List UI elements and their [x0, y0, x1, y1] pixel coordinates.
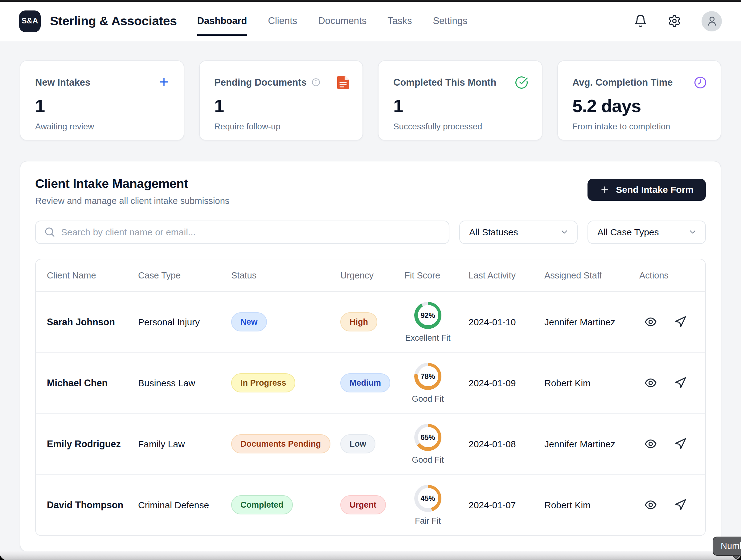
tab-tasks[interactable]: Tasks — [388, 6, 412, 36]
os-tooltip: Numl — [713, 537, 741, 555]
urgency-cell: Low — [329, 434, 393, 454]
last-activity: 2024-01-09 — [457, 378, 533, 388]
view-icon[interactable] — [644, 315, 657, 328]
status-badge: Documents Pending — [231, 434, 330, 454]
urgency-badge: Low — [340, 434, 376, 454]
fit-score-label: Good Fit — [412, 455, 444, 464]
status-badge: Completed — [231, 495, 293, 514]
status-cell: In Progress — [220, 373, 329, 392]
document-icon — [337, 75, 349, 89]
stat-card-subtitle: From intake to completion — [572, 122, 707, 131]
fit-score-label: Good Fit — [412, 394, 444, 403]
brand-logo: S&A — [19, 10, 41, 32]
urgency-badge: High — [340, 312, 377, 331]
chevron-down-icon — [560, 227, 569, 237]
info-icon[interactable] — [312, 78, 321, 87]
client-name: Emily Rodriguez — [36, 438, 127, 450]
stat-card-subtitle: Require follow-up — [214, 122, 349, 131]
case-type: Business Law — [127, 378, 220, 388]
column-header: Urgency — [329, 270, 393, 280]
status-cell: New — [220, 312, 329, 331]
assigned-staff: Robert Kim — [533, 378, 628, 388]
urgency-cell: Urgent — [329, 495, 393, 514]
client-name: Michael Chen — [36, 377, 127, 388]
fit-score-ring: 65% — [414, 423, 442, 451]
fit-score-cell: 78% Good Fit — [393, 363, 457, 403]
table-row: Sarah Johnson Personal Injury New High 9… — [36, 291, 705, 352]
column-header: Case Type — [127, 270, 220, 280]
last-activity: 2024-01-07 — [457, 500, 533, 510]
check-circle-icon — [515, 75, 528, 89]
fit-score-ring: 78% — [414, 363, 442, 390]
assigned-staff: Robert Kim — [533, 500, 628, 510]
assigned-staff: Jennifer Martinez — [533, 317, 628, 327]
panel-subtitle: Review and manage all client intake subm… — [35, 195, 229, 206]
search-icon — [44, 226, 56, 238]
case-type: Family Law — [127, 438, 220, 449]
fit-score-cell: 45% Fair Fit — [393, 485, 457, 525]
stat-card-subtitle: Successfully processed — [393, 122, 528, 131]
urgency-cell: Medium — [329, 373, 393, 392]
tab-clients[interactable]: Clients — [268, 6, 297, 36]
actions-cell — [628, 377, 705, 389]
case-type-filter-select[interactable]: All Case Types — [588, 220, 706, 244]
clock-icon — [693, 75, 707, 89]
stat-card-title: Pending Documents — [214, 77, 349, 88]
actions-cell — [628, 315, 705, 328]
send-intake-form-button[interactable]: Send Intake Form — [588, 178, 706, 201]
fit-score-label: Excellent Fit — [405, 333, 450, 342]
bell-icon[interactable] — [634, 14, 647, 28]
case-type: Personal Injury — [127, 317, 220, 327]
assigned-staff: Jennifer Martinez — [533, 438, 628, 449]
view-icon[interactable] — [644, 437, 657, 450]
column-header: Fit Score — [393, 270, 457, 280]
stat-card-value: 1 — [214, 96, 349, 116]
gear-icon[interactable] — [668, 14, 681, 28]
view-icon[interactable] — [644, 377, 657, 389]
urgency-badge: Urgent — [340, 495, 386, 514]
stat-cards: New Intakes 1 Awaiting review Pending Do… — [20, 60, 721, 140]
column-header: Last Activity — [457, 270, 533, 280]
fit-score-ring: 92% — [414, 302, 442, 329]
search-box — [35, 220, 450, 244]
status-filter-select[interactable]: All Statuses — [459, 220, 578, 244]
view-icon[interactable] — [644, 498, 657, 511]
column-header: Actions — [628, 270, 705, 280]
stat-card: Completed This Month 1 Successfully proc… — [378, 60, 542, 140]
send-icon[interactable] — [674, 377, 687, 389]
send-icon[interactable] — [674, 498, 687, 511]
case-type: Criminal Defense — [127, 500, 220, 510]
send-icon[interactable] — [674, 437, 687, 450]
stat-card: Avg. Completion Time 5.2 days From intak… — [557, 60, 721, 140]
chevron-down-icon — [688, 227, 697, 237]
search-input[interactable] — [61, 227, 442, 237]
stat-card-subtitle: Awaiting review — [35, 122, 170, 131]
table-header-row: Client NameCase TypeStatusUrgencyFit Sco… — [36, 259, 705, 291]
tab-settings[interactable]: Settings — [433, 6, 467, 36]
fit-score-ring: 45% — [414, 485, 442, 512]
last-activity: 2024-01-10 — [457, 317, 533, 327]
tab-documents[interactable]: Documents — [318, 6, 366, 36]
stat-card: Pending Documents 1 Require follow-up — [199, 60, 363, 140]
stat-card-value: 1 — [35, 96, 170, 116]
column-header: Status — [220, 270, 329, 280]
fit-score-cell: 92% Excellent Fit — [393, 302, 457, 342]
intake-table: Client NameCase TypeStatusUrgencyFit Sco… — [35, 258, 706, 536]
table-row: Emily Rodriguez Family Law Documents Pen… — [36, 413, 705, 474]
urgency-cell: High — [329, 312, 393, 331]
tab-dashboard[interactable]: Dashboard — [197, 6, 247, 36]
fit-score-label: Fair Fit — [415, 516, 441, 525]
plus-icon[interactable] — [157, 75, 170, 88]
header-actions — [634, 11, 722, 31]
column-header: Assigned Staff — [533, 270, 628, 280]
top-nav: S&A Sterling & Associates DashboardClien… — [0, 2, 741, 41]
app-window: S&A Sterling & Associates DashboardClien… — [0, 0, 741, 560]
actions-cell — [628, 437, 705, 450]
nav-tabs: DashboardClientsDocumentsTasksSettings — [197, 2, 468, 41]
intake-panel: Client Intake Management Review and mana… — [20, 160, 721, 552]
send-icon[interactable] — [674, 315, 687, 328]
last-activity: 2024-01-08 — [457, 438, 533, 449]
user-avatar[interactable] — [701, 11, 722, 31]
actions-cell — [628, 498, 705, 511]
stat-card-title: New Intakes — [35, 77, 170, 88]
